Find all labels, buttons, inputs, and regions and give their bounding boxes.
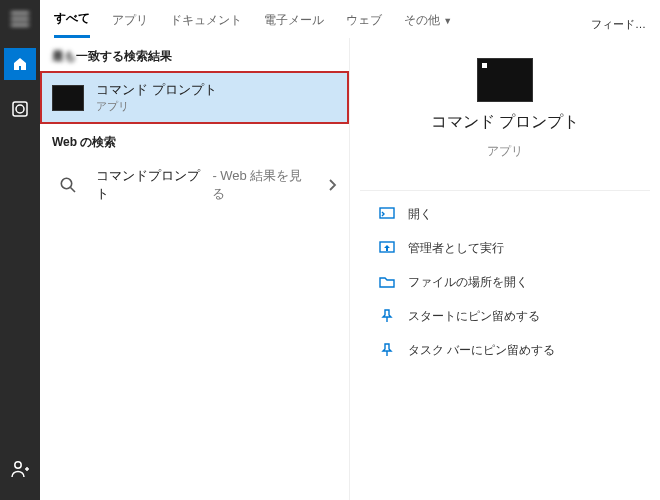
action-pin-start[interactable]: スタートにピン留めする xyxy=(360,299,650,333)
rail-icon-blurred[interactable] xyxy=(9,8,31,30)
svg-point-4 xyxy=(16,105,24,113)
svg-line-9 xyxy=(70,188,75,193)
tab-all[interactable]: すべて xyxy=(54,10,90,38)
detail-panel: コマンド プロンプト アプリ 開く 管理者として実行 xyxy=(350,38,660,500)
web-result-suffix: - Web 結果を見る xyxy=(212,167,315,203)
left-rail xyxy=(0,0,40,500)
web-result-name: コマンドプロンプト xyxy=(96,167,213,203)
action-run-admin[interactable]: 管理者として実行 xyxy=(360,231,650,265)
result-name: コマンド プロンプト xyxy=(96,81,217,99)
feedback-link[interactable]: フィード… xyxy=(591,17,646,32)
svg-point-8 xyxy=(61,178,71,188)
svg-rect-2 xyxy=(11,24,29,26)
chevron-right-icon xyxy=(327,178,337,192)
action-open[interactable]: 開く xyxy=(360,197,650,231)
tab-apps[interactable]: アプリ xyxy=(112,12,148,37)
svg-rect-3 xyxy=(13,102,27,116)
rail-user-icon[interactable] xyxy=(9,458,31,480)
tab-more[interactable]: その他 ▼ xyxy=(404,12,452,37)
pin-taskbar-icon xyxy=(378,341,396,359)
rail-home-icon[interactable] xyxy=(4,48,36,80)
pin-start-icon xyxy=(378,307,396,325)
search-icon xyxy=(52,172,84,198)
action-list: 開く 管理者として実行 ファイルの場所を開く xyxy=(360,190,650,367)
result-web-search[interactable]: コマンドプロンプト - Web 結果を見る xyxy=(40,157,349,213)
tab-email[interactable]: 電子メール xyxy=(264,12,324,37)
svg-point-5 xyxy=(15,462,21,468)
result-subtitle: アプリ xyxy=(96,99,217,114)
rail-clock-icon[interactable] xyxy=(9,98,31,120)
folder-icon xyxy=(378,273,396,291)
action-pin-taskbar[interactable]: タスク バーにピン留めする xyxy=(360,333,650,367)
detail-title: コマンド プロンプト xyxy=(431,112,579,133)
command-prompt-icon xyxy=(52,85,84,111)
best-match-header: 最も一致する検索結果 xyxy=(40,38,349,71)
admin-icon xyxy=(378,239,396,257)
open-icon xyxy=(378,205,396,223)
tab-web[interactable]: ウェブ xyxy=(346,12,382,37)
detail-app-icon xyxy=(477,58,533,102)
action-open-location[interactable]: ファイルの場所を開く xyxy=(360,265,650,299)
results-column: 最も一致する検索結果 コマンド プロンプト アプリ Web の検索 コマンドプロ… xyxy=(40,38,350,500)
detail-subtitle: アプリ xyxy=(487,143,523,160)
svg-rect-1 xyxy=(11,18,29,20)
search-tabs: すべて アプリ ドキュメント 電子メール ウェブ その他 ▼ フィード… xyxy=(40,0,660,38)
result-command-prompt[interactable]: コマンド プロンプト アプリ xyxy=(40,71,349,124)
web-search-header: Web の検索 xyxy=(40,124,349,157)
tab-documents[interactable]: ドキュメント xyxy=(170,12,242,37)
main-panel: すべて アプリ ドキュメント 電子メール ウェブ その他 ▼ フィード… 最も一… xyxy=(40,0,660,500)
svg-rect-0 xyxy=(11,12,29,14)
